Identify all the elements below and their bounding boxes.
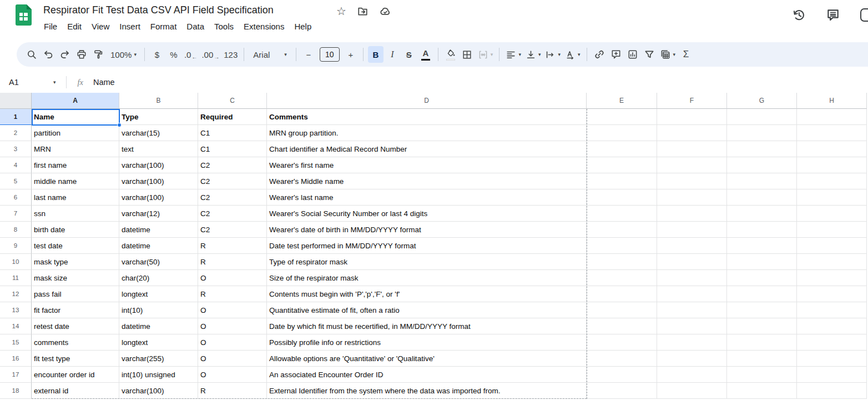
table-views-button[interactable]: ▾ [658,46,678,63]
row-header-14[interactable]: 14 [0,318,32,334]
row-header-11[interactable]: 11 [0,270,32,286]
cell-D17[interactable]: An associated Encounter Order ID [267,367,587,383]
borders-button[interactable] [460,46,475,63]
cell-E13[interactable] [587,302,657,318]
cell-G2[interactable] [727,125,797,141]
cell-E16[interactable] [587,351,657,367]
cell-H1[interactable] [797,109,867,125]
cell-A12[interactable]: pass fail [32,286,119,302]
format-percent-button[interactable]: % [166,46,181,63]
cell-B17[interactable]: int(10) unsigned [119,367,198,383]
sheets-logo-icon[interactable] [16,4,32,26]
cell-G1[interactable] [727,109,797,125]
cell-A8[interactable]: birth date [32,222,119,238]
cell-G7[interactable] [727,206,797,222]
row-header-18[interactable]: 18 [0,383,32,399]
cell-A6[interactable]: last name [32,189,119,206]
column-header-E[interactable]: E [587,93,657,109]
cell-A18[interactable]: external id [32,383,119,399]
menu-format[interactable]: Format [145,20,182,33]
cell-E3[interactable] [587,141,657,157]
column-header-C[interactable]: C [198,93,267,109]
column-header-A[interactable]: A [32,93,119,109]
cell-C10[interactable]: R [198,254,267,270]
star-icon[interactable]: ☆ [336,5,346,17]
cell-E5[interactable] [587,173,657,189]
cell-H17[interactable] [797,367,867,383]
font-size-increase-button[interactable]: + [343,46,359,63]
cell-F11[interactable] [657,270,727,286]
cell-C6[interactable]: C2 [198,189,267,206]
cell-F1[interactable] [657,109,727,125]
cell-H11[interactable] [797,270,867,286]
cell-H14[interactable] [797,318,867,334]
cell-A4[interactable]: first name [32,157,119,173]
cell-C8[interactable]: C2 [198,222,267,238]
cell-A16[interactable]: fit test type [32,351,119,367]
menu-tools[interactable]: Tools [209,20,239,33]
insert-chart-button[interactable] [625,46,640,63]
cell-H18[interactable] [797,383,867,399]
cell-H6[interactable] [797,189,867,206]
cell-D4[interactable]: Wearer's first name [267,157,587,173]
cell-F9[interactable] [657,238,727,254]
cell-G3[interactable] [727,141,797,157]
cell-H9[interactable] [797,238,867,254]
row-header-12[interactable]: 12 [0,286,32,302]
cell-D5[interactable]: Wearer's Middle name [267,173,587,189]
cell-B15[interactable]: longtext [119,334,198,351]
cell-D1[interactable]: Comments [267,109,587,125]
strikethrough-button[interactable]: S [401,46,417,63]
cell-B18[interactable]: varchar(100) [119,383,198,399]
format-currency-button[interactable]: $ [149,46,165,63]
cell-G15[interactable] [727,334,797,351]
menu-data[interactable]: Data [181,20,209,33]
cell-B2[interactable]: varchar(15) [119,125,198,141]
menu-insert[interactable]: Insert [114,20,145,33]
undo-button[interactable] [41,46,56,63]
cell-E1[interactable] [587,109,657,125]
cell-B10[interactable]: varchar(50) [119,254,198,270]
cell-G6[interactable] [727,189,797,206]
cell-A3[interactable]: MRN [32,141,119,157]
vertical-align-button[interactable]: ▾ [524,46,543,63]
cell-E17[interactable] [587,367,657,383]
cell-D3[interactable]: Chart identifier a Medical Record Number [267,141,587,157]
cell-F8[interactable] [657,222,727,238]
cell-A5[interactable]: middle name [32,173,119,189]
cell-C15[interactable]: O [198,334,267,351]
cell-A17[interactable]: encounter order id [32,367,119,383]
functions-button[interactable]: Σ [678,46,694,63]
horizontal-align-button[interactable]: ▾ [504,46,523,63]
cell-H13[interactable] [797,302,867,318]
italic-button[interactable]: I [385,46,400,63]
cell-C12[interactable]: R [198,286,267,302]
cell-H3[interactable] [797,141,867,157]
cell-D2[interactable]: MRN group partition. [267,125,587,141]
cell-E11[interactable] [587,270,657,286]
font-size-input[interactable]: 10 [320,47,340,62]
merge-cells-button[interactable]: ▾ [476,46,495,63]
column-header-B[interactable]: B [119,93,198,109]
cell-E7[interactable] [587,206,657,222]
cell-E9[interactable] [587,238,657,254]
cell-F12[interactable] [657,286,727,302]
cell-F3[interactable] [657,141,727,157]
redo-button[interactable] [57,46,73,63]
row-header-5[interactable]: 5 [0,173,32,189]
cell-A13[interactable]: fit factor [32,302,119,318]
row-header-2[interactable]: 2 [0,125,32,141]
cell-B16[interactable]: varchar(255) [119,351,198,367]
insert-link-button[interactable] [592,46,607,63]
insert-comment-button[interactable] [608,46,624,63]
cell-B1[interactable]: Type [119,109,198,125]
chevron-down-icon[interactable]: ▾ [53,79,56,85]
fill-color-button[interactable] [443,46,458,63]
cell-C2[interactable]: C1 [198,125,267,141]
column-header-D[interactable]: D [267,93,587,109]
cell-E18[interactable] [587,383,657,399]
cell-D14[interactable]: Date by which fit must be recertified, i… [267,318,587,334]
row-header-7[interactable]: 7 [0,206,32,222]
row-header-13[interactable]: 13 [0,302,32,318]
print-button[interactable] [74,46,89,63]
